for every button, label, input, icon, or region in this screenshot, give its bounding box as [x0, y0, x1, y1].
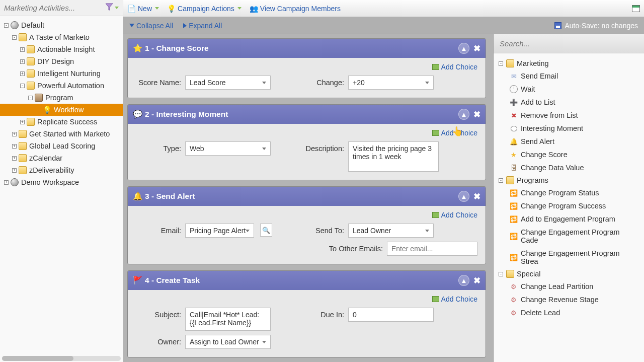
action-item[interactable]: 🔁Change Engagement Program Strea [496, 247, 642, 268]
expand-icon[interactable]: + [20, 59, 25, 64]
action-item[interactable]: 🔁Change Engagement Program Cade [496, 226, 642, 247]
select-input[interactable]: Assign to Lead Owner [185, 335, 271, 349]
action-item[interactable]: 🔔Send Alert [496, 135, 642, 148]
move-up-button[interactable]: ▲ [458, 43, 469, 54]
collapse-icon[interactable]: - [4, 23, 9, 28]
tree-node[interactable]: +Global Lead Scoring [0, 140, 123, 152]
action-item[interactable]: ✖Remove from List [496, 109, 642, 122]
right-search-input[interactable] [500, 39, 638, 48]
expand-icon[interactable]: + [20, 120, 25, 124]
move-up-button[interactable]: ▲ [458, 191, 469, 202]
collapse-icon[interactable]: - [499, 178, 503, 183]
select-input[interactable]: Lead Score [185, 76, 271, 90]
collapse-all-button[interactable]: Collapse All [129, 22, 173, 30]
expand-icon[interactable]: + [12, 144, 17, 149]
expand-icon[interactable]: + [20, 71, 25, 76]
step-title: 3 - Send Alert [145, 192, 455, 201]
action-group-label: Marketing [517, 59, 549, 67]
tree-node[interactable]: 💡Workflow [0, 104, 123, 116]
new-icon: 📄 [127, 5, 136, 13]
expand-icon[interactable]: + [20, 47, 25, 52]
select-input[interactable]: +20 [348, 76, 434, 90]
tree-node[interactable]: +zCalendar [0, 152, 123, 164]
close-icon[interactable]: ✖ [473, 275, 480, 286]
toolbar: 📄 New 💡 Campaign Actions 👥 View Campaign… [123, 0, 644, 17]
expand-icon[interactable]: + [12, 132, 17, 136]
expand-all-button[interactable]: Expand All [183, 22, 222, 30]
action-item[interactable]: Wait [496, 83, 642, 96]
move-up-button[interactable]: ▲ [458, 109, 469, 120]
textarea-input[interactable] [185, 308, 271, 331]
action-item-label: Add to Engagement Program [521, 215, 615, 223]
tree-node[interactable]: +Replicate Success [0, 116, 123, 128]
tree-node[interactable]: -A Taste of Marketo [0, 31, 123, 43]
action-item[interactable]: ★Change Score [496, 148, 642, 161]
close-icon[interactable]: ✖ [473, 109, 480, 120]
action-item[interactable]: ✉Send Email [496, 69, 642, 83]
close-icon[interactable]: ✖ [473, 191, 480, 202]
action-item[interactable]: Interesting Moment [496, 122, 642, 135]
select-input[interactable]: Web [185, 141, 271, 156]
action-item-label: Send Alert [521, 137, 554, 146]
textarea-input[interactable] [348, 141, 439, 172]
collapse-icon[interactable]: - [499, 272, 503, 276]
tree-node[interactable]: +zDeliverability [0, 164, 123, 176]
horizontal-scrollbar[interactable] [2, 356, 121, 361]
step-header[interactable]: ⭐ 1 - Change Score ▲ ✖ [128, 39, 486, 58]
action-item[interactable]: 🔁Change Program Success [496, 199, 642, 212]
collapse-icon[interactable]: - [12, 35, 17, 40]
action-item[interactable]: 🔁Change Program Status [496, 186, 642, 199]
step-header[interactable]: 🚩 4 - Create Task ▲ ✖ [128, 271, 486, 290]
action-item[interactable]: ➕Add to List [496, 96, 642, 109]
collapse-icon[interactable]: - [499, 61, 503, 66]
tree-node[interactable]: +Demo Workspace [0, 176, 123, 188]
action-group-header[interactable]: - Programs [496, 174, 642, 186]
add-choice-button[interactable]: Add Choice [432, 295, 477, 303]
campaign-actions-button[interactable]: 💡 Campaign Actions [167, 5, 242, 13]
tree-node[interactable]: -Default [0, 19, 123, 31]
select-input[interactable]: Lead Owner [348, 224, 434, 238]
new-button[interactable]: 📄 New [127, 5, 159, 13]
tree-node[interactable]: -Powerful Automation [0, 80, 123, 92]
action-item[interactable]: 🗄Change Data Value [496, 161, 642, 174]
tree-node-label: A Taste of Marketo [29, 33, 90, 41]
collapse-icon[interactable]: - [20, 84, 25, 88]
tree-node[interactable]: +DIY Design [0, 55, 123, 67]
add-choice-label: Add Choice [441, 63, 477, 71]
action-group-header[interactable]: - Marketing [496, 57, 642, 69]
add-choice-button[interactable]: Add Choice [432, 63, 477, 71]
calendar-icon[interactable] [632, 5, 640, 12]
field-label: Score Name: [136, 76, 181, 87]
action-item[interactable]: ⚙Change Lead Partition [496, 280, 642, 293]
preview-button[interactable]: 🔍 [260, 224, 272, 237]
select-input[interactable]: Pricing Page Alert [185, 224, 254, 238]
tree-node[interactable]: +Get Started with Marketo [0, 128, 123, 140]
filter-icon[interactable] [105, 3, 114, 13]
action-item[interactable]: ⚙Change Revenue Stage [496, 293, 642, 306]
tree-node[interactable]: +Intelligent Nurturing [0, 67, 123, 80]
chevron-down-icon[interactable] [115, 7, 119, 9]
move-up-button[interactable]: ▲ [458, 275, 469, 286]
expand-icon[interactable]: + [12, 156, 17, 161]
field-label: Email: [136, 224, 181, 235]
action-item[interactable]: 🔁Add to Engagement Program [496, 212, 642, 226]
left-search-input[interactable] [4, 4, 105, 12]
add-choice-button[interactable]: Add Choice [432, 129, 477, 137]
chevron-down-icon [155, 7, 159, 10]
action-group-header[interactable]: - Special [496, 268, 642, 280]
bell-icon: 🔔 [133, 192, 141, 201]
tree-node[interactable]: +Actionable Insight [0, 43, 123, 55]
step-header[interactable]: 🔔 3 - Send Alert ▲ ✖ [128, 187, 486, 206]
tree-node[interactable]: -Program [0, 92, 123, 104]
text-input[interactable] [387, 242, 477, 256]
text-input[interactable] [348, 308, 434, 322]
collapse-icon[interactable]: - [28, 96, 33, 100]
globe-icon [11, 21, 19, 29]
add-choice-button[interactable]: Add Choice [432, 211, 477, 219]
view-members-button[interactable]: 👥 View Campaign Members [250, 5, 341, 13]
expand-icon[interactable]: + [12, 168, 17, 173]
expand-icon[interactable]: + [4, 180, 9, 185]
step-header[interactable]: 💬 2 - Interesting Moment ▲ ✖ [128, 105, 486, 124]
action-item[interactable]: ⚙Delete Lead [496, 306, 642, 319]
close-icon[interactable]: ✖ [473, 43, 480, 54]
